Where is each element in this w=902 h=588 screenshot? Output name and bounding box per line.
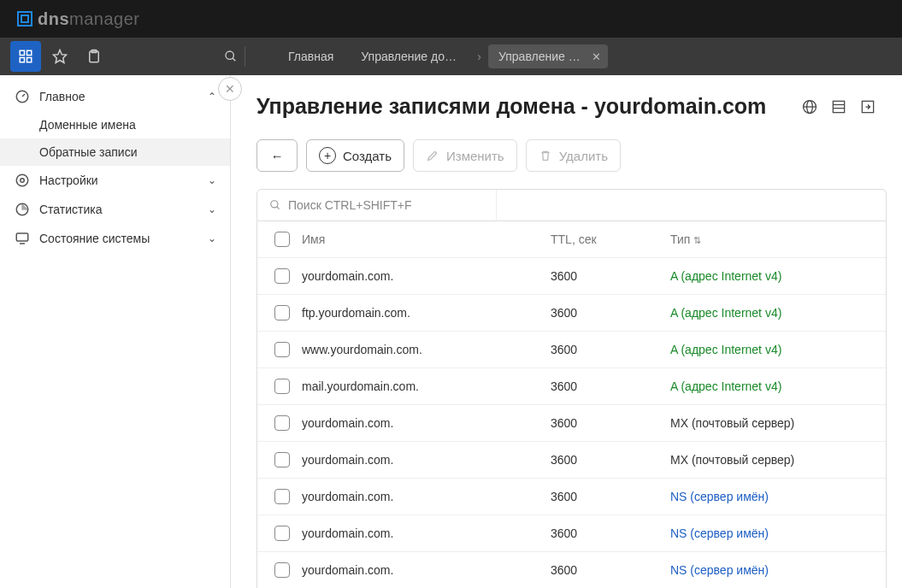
sidebar-item-stats[interactable]: Статистика ⌄ <box>0 195 230 224</box>
row-checkbox[interactable] <box>274 342 290 357</box>
row-checkbox[interactable] <box>274 415 290 431</box>
cell-type: A (адрес Internet v4) <box>663 339 886 360</box>
row-checkbox[interactable] <box>274 305 290 320</box>
sidebar-item-label: Доменные имена <box>39 118 136 132</box>
export-icon[interactable] <box>858 97 878 117</box>
cell-ttl: 3600 <box>544 523 663 544</box>
arrow-left-icon: ← <box>271 149 284 163</box>
svg-rect-13 <box>16 233 28 241</box>
pie-icon <box>14 202 31 217</box>
svg-point-10 <box>21 179 25 183</box>
col-type[interactable]: Тип ⇅ <box>663 229 886 250</box>
edit-button[interactable]: Изменить <box>413 139 517 172</box>
breadcrumb: Главная Управление дом… › Управление зап… <box>278 44 608 68</box>
table-row[interactable]: yourdomain.com.3600MX (почтовый сервер) <box>257 405 886 442</box>
crumb-home[interactable]: Главная <box>278 44 344 68</box>
toolbar: Главная Управление дом… › Управление зап… <box>0 38 902 75</box>
sidebar-item-main[interactable]: Главное ⌃ <box>0 82 230 111</box>
sidebar-item-label: Состояние системы <box>39 232 150 245</box>
svg-rect-1 <box>27 50 32 55</box>
toolbar-apps-button[interactable] <box>10 41 41 72</box>
row-checkbox[interactable] <box>274 452 290 467</box>
col-ttl[interactable]: TTL, сек <box>544 229 663 250</box>
list-icon[interactable] <box>828 97 849 117</box>
col-type-label: Тип <box>670 232 690 246</box>
sort-icon: ⇅ <box>693 235 701 245</box>
toolbar-star-button[interactable] <box>44 41 75 72</box>
cell-type: NS (сервер имён) <box>663 523 886 544</box>
logo-bold: dns <box>38 9 69 28</box>
plus-icon: + <box>319 147 336 164</box>
select-all-checkbox[interactable] <box>274 232 290 247</box>
sidebar-sub-reverse[interactable]: Обратные записи <box>0 138 230 166</box>
row-checkbox[interactable] <box>274 562 290 578</box>
toolbar-search[interactable] <box>224 50 238 63</box>
chevron-right-icon: › <box>477 50 481 63</box>
cell-type: MX (почтовый сервер) <box>663 450 886 470</box>
svg-rect-2 <box>20 58 24 62</box>
back-button[interactable]: ← <box>256 139 298 172</box>
main: Управление записями домена - yourdomain.… <box>231 75 902 588</box>
table-row[interactable]: yourdomain.com.3600NS (сервер имён) <box>257 479 886 515</box>
head-icons <box>799 97 878 117</box>
chevron-down-icon: ⌄ <box>208 203 216 215</box>
svg-line-23 <box>277 207 280 209</box>
cell-name: www.yourdomain.com. <box>295 339 544 360</box>
create-label: Создать <box>343 149 392 163</box>
sidebar-item-system[interactable]: Состояние системы ⌄ <box>0 224 230 253</box>
cell-type: A (адрес Internet v4) <box>663 266 886 286</box>
toolbar-clipboard-button[interactable] <box>79 41 109 72</box>
table-body: yourdomain.com.3600A (адрес Internet v4)… <box>257 258 886 588</box>
chevron-down-icon: ⌄ <box>208 174 216 186</box>
cell-ttl: 3600 <box>544 450 663 470</box>
table-row[interactable]: yourdomain.com.3600NS (сервер имён) <box>257 552 886 588</box>
sidebar-item-label: Настройки <box>39 173 98 187</box>
table-row[interactable]: yourdomain.com.3600MX (почтовый сервер) <box>257 442 886 479</box>
table: Имя TTL, сек Тип ⇅ yourdomain.com.3600A … <box>256 221 887 588</box>
table-row[interactable]: yourdomain.com.3600NS (сервер имён) <box>257 515 886 552</box>
search-row: Поиск CTRL+SHIFT+F <box>256 189 887 221</box>
cell-name: yourdomain.com. <box>295 266 544 286</box>
logo-icon <box>17 11 32 26</box>
collapse-sidebar-button[interactable]: ✕ <box>218 77 242 101</box>
row-checkbox[interactable] <box>274 379 290 394</box>
sidebar-sub-domains[interactable]: Доменные имена <box>0 111 230 138</box>
sidebar-item-label: Обратные записи <box>39 145 137 159</box>
row-checkbox[interactable] <box>274 526 290 541</box>
cell-type: A (адрес Internet v4) <box>663 376 886 397</box>
sidebar-item-label: Статистика <box>39 203 103 216</box>
table-row[interactable]: mail.yourdomain.com.3600A (адрес Interne… <box>257 368 886 405</box>
close-icon[interactable]: ✕ <box>592 50 601 63</box>
table-row[interactable]: yourdomain.com.3600A (адрес Internet v4) <box>257 258 886 295</box>
table-row[interactable]: www.yourdomain.com.3600A (адрес Internet… <box>257 332 886 368</box>
svg-point-22 <box>271 201 278 208</box>
create-button[interactable]: + Создать <box>306 139 404 172</box>
row-checkbox[interactable] <box>274 268 290 284</box>
col-name[interactable]: Имя <box>295 229 544 250</box>
table-row[interactable]: ftp.yourdomain.com.3600A (адрес Internet… <box>257 295 886 332</box>
cell-ttl: 3600 <box>544 560 663 580</box>
cell-ttl: 3600 <box>544 413 663 433</box>
svg-line-8 <box>233 58 235 61</box>
cell-name: mail.yourdomain.com. <box>295 376 544 397</box>
crumb-active-label: Управление запи… <box>498 50 605 63</box>
cell-ttl: 3600 <box>544 339 663 360</box>
cell-name: yourdomain.com. <box>295 450 544 470</box>
action-row: ← + Создать Изменить Удалить <box>256 139 887 172</box>
logo-text: dnsmanager <box>38 9 140 29</box>
search-icon <box>269 199 281 211</box>
cell-type: NS (сервер имён) <box>663 560 886 580</box>
crumb-active[interactable]: Управление запи… ✕ <box>488 44 608 68</box>
cell-ttl: 3600 <box>544 486 663 507</box>
globe-icon[interactable] <box>799 97 820 117</box>
sidebar-item-settings[interactable]: Настройки ⌄ <box>0 166 230 195</box>
trash-icon <box>539 149 552 162</box>
cell-ttl: 3600 <box>544 376 663 397</box>
chevron-down-icon: ⌄ <box>208 232 216 244</box>
delete-button[interactable]: Удалить <box>526 139 621 172</box>
search-placeholder: Поиск CTRL+SHIFT+F <box>288 198 412 212</box>
crumb-mid[interactable]: Управление дом… <box>351 44 470 68</box>
search-input[interactable]: Поиск CTRL+SHIFT+F <box>257 190 497 220</box>
svg-point-11 <box>16 174 28 186</box>
row-checkbox[interactable] <box>274 489 290 504</box>
